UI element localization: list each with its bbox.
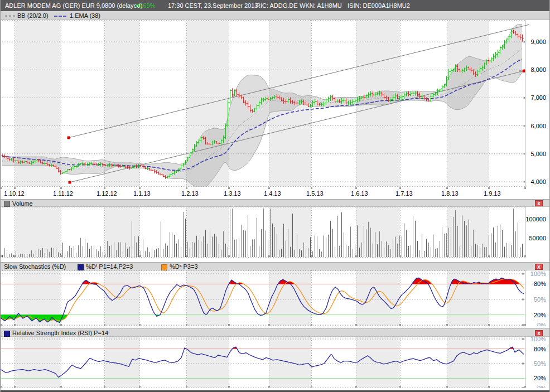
stochastics-panel-header: Slow Stochastics (%D) %Dᶠ P1=14,P2=3 %Dˢ…: [1, 262, 550, 270]
volume-swatch-icon: [4, 201, 10, 207]
isin-code: ISIN: DE000A1H8MU2: [348, 2, 410, 9]
svg-text:80%: 80%: [534, 280, 546, 287]
ema-legend-label[interactable]: 1.EMA (38): [70, 12, 100, 19]
stoch-slow-label: %Dˢ P3=3: [170, 263, 198, 270]
rsi-chart-canvas[interactable]: 100%80%50%20%0%: [1, 337, 550, 388]
svg-text:50%: 50%: [534, 296, 546, 303]
rsi-panel-header: Relative Strength Index (RSI) P=14 x: [1, 328, 550, 337]
stochastics-chart-canvas[interactable]: 100%80%50%20%0%: [1, 270, 550, 326]
date-axis: 1.10.121.11.121.12.121.1.131.2.131.3.131…: [1, 187, 550, 199]
svg-text:1.3.13: 1.3.13: [224, 190, 241, 197]
ema-line-swatch-icon: [54, 16, 66, 17]
svg-text:4,000: 4,000: [530, 178, 546, 185]
stoch-fast-label: %Dᶠ P1=14,P2=3: [86, 263, 133, 270]
svg-text:1.7.13: 1.7.13: [395, 190, 413, 197]
price-chart-canvas[interactable]: 9,0008,0007,0006,0005,0004,000: [1, 20, 550, 187]
svg-text:5,000: 5,000: [530, 151, 546, 157]
bollinger-band-swatch-icon: [5, 15, 15, 17]
svg-text:9,000: 9,000: [530, 38, 546, 45]
svg-text:0%: 0%: [537, 322, 546, 326]
rsi-panel-title: Relative Strength Index (RSI) P=14: [12, 330, 108, 336]
svg-text:1.2.13: 1.2.13: [181, 190, 199, 197]
svg-text:1.1.13: 1.1.13: [133, 190, 151, 197]
svg-text:1.6.13: 1.6.13: [351, 190, 368, 197]
bollinger-legend-label[interactable]: BB (20/2.0): [17, 12, 49, 19]
volume-panel-header: Volume x: [1, 199, 550, 207]
svg-text:1.9.13: 1.9.13: [484, 190, 501, 197]
svg-text:1.12.12: 1.12.12: [97, 190, 117, 197]
volume-chart-canvas[interactable]: 10000050000: [1, 207, 550, 258]
wkn-code: WKN: A1H8MU: [300, 2, 342, 9]
close-volume-panel-button[interactable]: x: [535, 200, 543, 206]
indicator-legend-row: BB (20/2.0) 1.EMA (38): [1, 11, 550, 20]
svg-text:1.4.13: 1.4.13: [264, 190, 281, 197]
svg-text:7,000: 7,000: [530, 94, 546, 101]
stoch-fast-swatch-icon: [78, 264, 84, 270]
svg-text:100%: 100%: [530, 337, 546, 342]
bottom-border: [1, 388, 550, 392]
svg-text:1.5.13: 1.5.13: [306, 190, 324, 197]
svg-text:1.8.13: 1.8.13: [441, 190, 459, 197]
svg-text:6,000: 6,000: [530, 123, 546, 129]
stochastics-panel-title: Slow Stochastics (%D): [4, 263, 66, 270]
charting-app: ADLER MODEM AG (GER) EUR 9,0800 (delayed…: [0, 0, 550, 392]
svg-text:1.10.12: 1.10.12: [4, 190, 25, 197]
volume-panel-title: Volume: [12, 200, 33, 207]
svg-text:50%: 50%: [534, 360, 546, 367]
svg-text:50000: 50000: [529, 235, 546, 241]
stoch-slow-swatch-icon: [161, 264, 167, 270]
quote-datetime: 17:30 CEST, 23.September 2013: [168, 2, 258, 9]
svg-text:8,000: 8,000: [530, 66, 546, 73]
svg-text:20%: 20%: [534, 312, 546, 318]
ric-code: RIC: ADDG.DE: [256, 2, 298, 9]
svg-text:20%: 20%: [534, 375, 546, 381]
svg-text:100000: 100000: [525, 216, 546, 222]
svg-text:1.11.12: 1.11.12: [53, 190, 73, 197]
svg-text:80%: 80%: [534, 346, 546, 352]
change-percent: +0,69%: [134, 2, 156, 9]
close-rsi-panel-button[interactable]: x: [535, 330, 543, 336]
instrument-title: ADLER MODEM AG (GER) EUR 9,0800 (delayed…: [5, 2, 142, 9]
quote-header-bar: ADLER MODEM AG (GER) EUR 9,0800 (delayed…: [1, 0, 550, 11]
close-stochastics-panel-button[interactable]: x: [535, 264, 543, 270]
svg-text:100%: 100%: [530, 270, 546, 277]
rsi-swatch-icon: [4, 331, 10, 337]
